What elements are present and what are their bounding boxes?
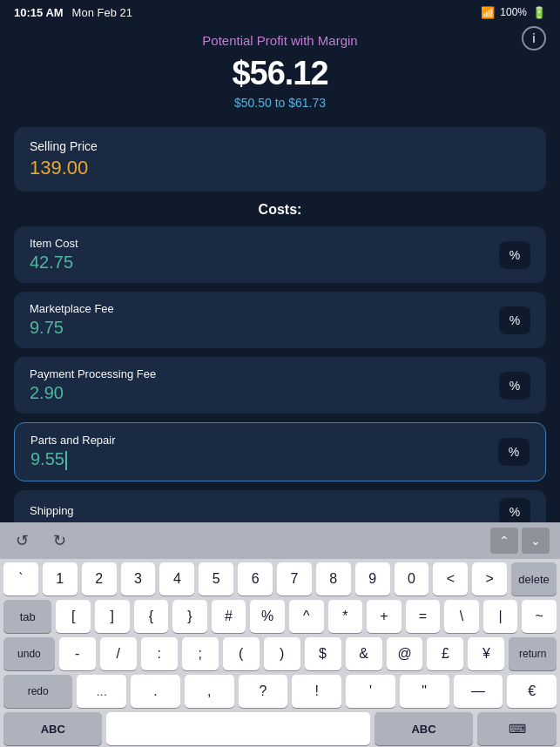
key-6[interactable]: 6 (238, 562, 273, 596)
key-7[interactable]: 7 (277, 562, 312, 596)
payment-fee-value[interactable]: 2.90 (30, 383, 499, 403)
key-quote[interactable]: " (400, 675, 449, 708)
key-ellipsis[interactable]: … (77, 675, 126, 708)
key-emdash[interactable]: — (454, 675, 503, 708)
return-key[interactable]: return (509, 637, 557, 670)
key-undo[interactable]: undo (3, 637, 55, 670)
payment-fee-card[interactable]: Payment Processing Fee 2.90 % (14, 357, 546, 414)
shipping-label: Shipping (30, 504, 499, 517)
marketplace-fee-content: Marketplace Fee 9.75 (30, 302, 499, 338)
key-0[interactable]: 0 (395, 562, 429, 596)
key-tilde[interactable]: ~ (522, 600, 557, 633)
key-at[interactable]: @ (387, 637, 423, 670)
chevron-down-button[interactable]: ⌄ (522, 528, 550, 554)
key-3[interactable]: 3 (121, 562, 156, 596)
key-slash[interactable]: / (100, 637, 137, 670)
key-2[interactable]: 2 (82, 562, 117, 596)
selling-price-label: Selling Price (30, 139, 530, 153)
payment-fee-label: Payment Processing Fee (30, 367, 499, 380)
text-cursor (65, 451, 67, 470)
key-minus[interactable]: - (59, 637, 96, 670)
key-abc-right[interactable]: ABC (374, 712, 473, 745)
key-hash[interactable]: # (212, 600, 246, 633)
info-button[interactable]: i (522, 26, 546, 50)
key-redo[interactable]: redo (3, 675, 72, 708)
keyboard-rows: ` 1 2 3 4 5 6 7 8 9 0 < > delete tab [ ]… (0, 559, 560, 745)
key-asterisk[interactable]: * (328, 600, 363, 633)
item-cost-content: Item Cost 42.75 (30, 237, 499, 273)
costs-header: Costs: (14, 202, 546, 218)
key-space[interactable] (106, 712, 369, 745)
marketplace-fee-percent-btn[interactable]: % (499, 306, 530, 334)
main-content: Potential Profit with Margin $56.12 $50.… (0, 24, 560, 555)
key-lbracket[interactable]: [ (56, 600, 91, 633)
key-backtick[interactable]: ` (3, 562, 38, 596)
profit-range: $50.50 to $61.73 (14, 96, 546, 110)
item-cost-card[interactable]: Item Cost 42.75 % (14, 226, 546, 283)
toolbar-right: ⌃ ⌄ (490, 528, 550, 554)
key-pound[interactable]: £ (427, 637, 463, 670)
item-cost-percent-btn[interactable]: % (499, 241, 530, 269)
key-lt[interactable]: < (433, 562, 468, 596)
key-9[interactable]: 9 (355, 562, 390, 596)
status-time: 10:15 AM (14, 6, 64, 19)
key-apostrophe[interactable]: ' (346, 675, 395, 708)
key-gt[interactable]: > (472, 562, 507, 596)
key-rbracket[interactable]: ] (95, 600, 130, 633)
key-8[interactable]: 8 (316, 562, 351, 596)
key-exclaim[interactable]: ! (292, 675, 341, 708)
redo-button[interactable]: ↻ (48, 529, 71, 552)
key-1[interactable]: 1 (43, 562, 78, 596)
key-rbrace[interactable]: } (172, 600, 207, 633)
profit-amount: $56.12 (14, 55, 546, 92)
key-row-3: undo - / : ; ( ) $ & @ £ ¥ return (3, 637, 557, 670)
keyboard-dismiss-key[interactable]: ⌨ (477, 712, 557, 745)
marketplace-fee-value[interactable]: 9.75 (30, 318, 499, 338)
keyboard-toolbar: ↺ ↻ ⌃ ⌄ (0, 522, 560, 559)
key-row-5: ABC ABC ⌨ (3, 712, 557, 745)
chevron-up-button[interactable]: ⌃ (490, 528, 518, 554)
key-equals[interactable]: = (406, 600, 441, 633)
key-abc-left[interactable]: ABC (3, 712, 102, 745)
parts-repair-value[interactable]: 9.55 (30, 449, 498, 470)
key-4[interactable]: 4 (159, 562, 194, 596)
key-rparen[interactable]: ) (264, 637, 300, 670)
key-colon[interactable]: : (141, 637, 178, 670)
key-lparen[interactable]: ( (223, 637, 260, 670)
parts-repair-label: Parts and Repair (30, 434, 498, 447)
key-5[interactable]: 5 (199, 562, 233, 596)
key-backslash[interactable]: \ (444, 600, 479, 633)
key-plus[interactable]: + (367, 600, 401, 633)
undo-button[interactable]: ↺ (10, 529, 34, 552)
key-yen[interactable]: ¥ (468, 637, 504, 670)
battery-label: 100% (500, 6, 527, 18)
key-percent[interactable]: % (250, 600, 285, 633)
status-right-icons: 📶 100% 🔋 (481, 6, 546, 19)
shipping-percent-btn[interactable]: % (499, 498, 530, 526)
key-ampersand[interactable]: & (346, 637, 382, 670)
delete-key[interactable]: delete (511, 562, 557, 596)
selling-price-value[interactable]: 139.00 (30, 157, 530, 179)
payment-fee-percent-btn[interactable]: % (499, 372, 530, 400)
key-row-1: ` 1 2 3 4 5 6 7 8 9 0 < > delete (3, 562, 557, 596)
key-period[interactable]: . (131, 675, 180, 708)
app-title: Potential Profit with Margin (14, 33, 546, 48)
key-question[interactable]: ? (239, 675, 288, 708)
battery-icon: 🔋 (532, 6, 546, 19)
key-dollar[interactable]: $ (305, 637, 341, 670)
key-caret[interactable]: ^ (289, 600, 324, 633)
payment-fee-content: Payment Processing Fee 2.90 (30, 367, 499, 403)
parts-repair-percent-btn[interactable]: % (498, 438, 530, 466)
selling-price-card[interactable]: Selling Price 139.00 (14, 127, 546, 192)
key-euro[interactable]: € (507, 675, 557, 708)
toolbar-left: ↺ ↻ (10, 529, 71, 552)
key-tab[interactable]: tab (3, 600, 51, 633)
key-comma[interactable]: , (185, 675, 234, 708)
key-pipe[interactable]: | (483, 600, 518, 633)
parts-repair-card[interactable]: Parts and Repair 9.55 % (14, 422, 546, 481)
key-semicolon[interactable]: ; (182, 637, 219, 670)
item-cost-value[interactable]: 42.75 (30, 252, 499, 273)
marketplace-fee-card[interactable]: Marketplace Fee 9.75 % (14, 292, 546, 348)
shipping-content: Shipping (30, 504, 499, 520)
key-lbrace[interactable]: { (134, 600, 169, 633)
